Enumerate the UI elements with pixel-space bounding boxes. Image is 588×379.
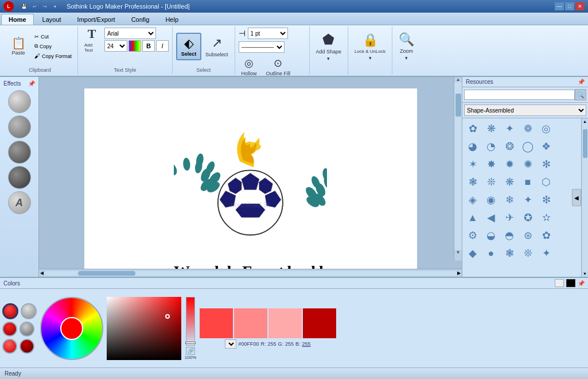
shape-item[interactable]: ❁ [519, 120, 536, 137]
shape-item[interactable]: ❋ [501, 173, 518, 191]
cut-button[interactable]: ✂ Cut [32, 33, 74, 41]
copy-format-button[interactable]: 🖌 Copy Format [32, 52, 74, 60]
shape-item[interactable]: ▲ [464, 209, 481, 226]
shape-item[interactable]: ● [482, 245, 500, 262]
effect-text[interactable]: A [8, 191, 31, 214]
shape-item[interactable]: ⚙ [464, 227, 481, 244]
shape-item[interactable]: ◈ [464, 191, 481, 208]
colors-swatch-white[interactable] [555, 279, 564, 287]
shape-item[interactable]: ❊ [519, 245, 536, 262]
shape-item[interactable]: ❋ [482, 120, 500, 137]
shape-item[interactable]: ✻ [538, 156, 555, 173]
effect-circle3[interactable] [8, 141, 31, 164]
shape-item[interactable]: ✦ [538, 245, 555, 262]
font-family-select[interactable]: Arial [104, 28, 156, 39]
alpha-link-button[interactable]: 🔗 [186, 347, 195, 355]
shape-item[interactable]: ◓ [501, 227, 518, 244]
res-scroll-thumb[interactable] [583, 129, 587, 158]
zoom-button[interactable]: 🔍 Zoom ▾ [396, 29, 417, 64]
shape-item[interactable]: ■ [519, 173, 536, 191]
paste-button[interactable]: 📋 Paste [6, 30, 31, 63]
swatch-darkred[interactable] [20, 339, 34, 354]
shape-item[interactable]: ◎ [538, 120, 555, 137]
bold-button[interactable]: B [142, 40, 155, 52]
subselect-button[interactable]: ↗ Subselect [203, 34, 231, 59]
shape-item[interactable]: ◉ [482, 191, 500, 208]
shape-item[interactable]: ❃ [501, 245, 518, 262]
res-scroll-down[interactable]: ▼ [583, 272, 587, 276]
color-bar-1[interactable] [200, 308, 233, 338]
quick-dropdown-btn[interactable]: ▾ [50, 2, 60, 10]
shape-item[interactable]: ◒ [482, 227, 500, 244]
canvas-content[interactable]: download 3k World Football [174, 114, 327, 269]
shape-item[interactable]: ⬡ [538, 173, 555, 191]
tab-layout[interactable]: Layout [35, 14, 69, 25]
color-bar-3[interactable] [268, 308, 302, 338]
shape-item[interactable]: ✦ [519, 191, 536, 208]
maximize-button[interactable]: □ [565, 2, 574, 10]
shape-item[interactable]: ✦ [501, 120, 518, 137]
hollow-button[interactable]: ◎ Hollow [239, 55, 260, 78]
minimize-button[interactable]: — [555, 2, 564, 10]
swatch-red-active[interactable] [2, 303, 18, 319]
shape-item[interactable]: ◆ [464, 245, 481, 262]
shape-item[interactable]: ❊ [482, 173, 500, 191]
shape-item[interactable]: ✫ [538, 209, 555, 226]
shape-item[interactable]: ✺ [519, 156, 536, 173]
effect-circle4[interactable] [8, 166, 31, 189]
shape-item[interactable]: ⊛ [519, 227, 536, 244]
shape-item[interactable]: ✿ [538, 227, 555, 244]
swatch-gray[interactable] [21, 303, 37, 319]
canvas-vscroll[interactable]: ▲ ▼ [454, 77, 462, 261]
shape-item[interactable]: ✸ [482, 156, 500, 173]
shape-item[interactable]: ✪ [519, 209, 536, 226]
alpha-slider[interactable] [186, 297, 195, 346]
stroke-line-select[interactable]: ──────── [239, 41, 285, 53]
quick-redo-btn[interactable]: ↪ [40, 2, 49, 10]
shape-item[interactable]: ❂ [501, 138, 518, 155]
tab-home[interactable]: Home [1, 14, 34, 25]
italic-button[interactable]: I [156, 40, 169, 52]
shape-item[interactable]: ◕ [464, 138, 481, 155]
quick-save-btn[interactable]: 💾 [20, 2, 29, 10]
shape-item[interactable]: ◀ [482, 209, 500, 226]
quick-undo-btn[interactable]: ↩ [30, 2, 39, 10]
shape-item[interactable]: ❄ [501, 191, 518, 208]
effect-circle1[interactable] [8, 90, 31, 113]
shape-item[interactable]: ✈ [501, 209, 518, 226]
shape-item[interactable]: ❇ [538, 191, 555, 208]
outline-fill-button[interactable]: ⊙ Outline Fill [263, 55, 294, 78]
shape-item[interactable]: ✿ [464, 120, 481, 137]
scroll-right-arrow[interactable]: ▶ [457, 270, 461, 276]
effect-circle2[interactable] [8, 115, 31, 138]
shape-item[interactable]: ❃ [464, 173, 481, 191]
color-bar-4[interactable] [303, 308, 336, 338]
res-scroll-up[interactable]: ▲ [583, 119, 587, 123]
stroke-width-select[interactable]: 1 pt [248, 28, 288, 39]
add-shape-button[interactable]: ⬟ Add Shape ▾ [313, 29, 345, 64]
shape-item[interactable]: ✹ [501, 156, 518, 173]
tab-import-export[interactable]: Import/Export [70, 14, 123, 25]
scroll-thumb-v[interactable] [455, 94, 461, 117]
shape-item[interactable]: ❖ [538, 138, 555, 155]
shape-item[interactable]: ◯ [519, 138, 536, 155]
resources-collapse-button[interactable]: ◀ [572, 189, 581, 206]
add-text-button[interactable]: T Add Text [81, 29, 102, 50]
swatch-gray2[interactable] [20, 322, 34, 337]
close-button[interactable]: ✕ [575, 2, 585, 10]
shape-item[interactable]: ✶ [464, 156, 481, 173]
lock-unlock-button[interactable]: 🔒 Lock & UnLock ▾ [352, 29, 388, 64]
scroll-thumb-h[interactable] [78, 271, 135, 276]
swatch-red2[interactable] [2, 322, 17, 337]
font-size-select[interactable]: 24 [104, 40, 127, 52]
color-bar-2[interactable] [234, 308, 267, 338]
swatch-red3[interactable] [2, 339, 17, 354]
color-indicator[interactable] [128, 40, 141, 52]
select-button[interactable]: ⬖ Select [176, 33, 201, 60]
tab-config[interactable]: Config [124, 14, 157, 25]
shape-item[interactable]: ◔ [482, 138, 500, 155]
search-button[interactable]: 🔍 [575, 89, 586, 100]
color-bar-select[interactable]: ▼ [225, 339, 236, 349]
tab-help[interactable]: Help [158, 14, 186, 25]
alpha-thumb[interactable] [185, 342, 196, 344]
